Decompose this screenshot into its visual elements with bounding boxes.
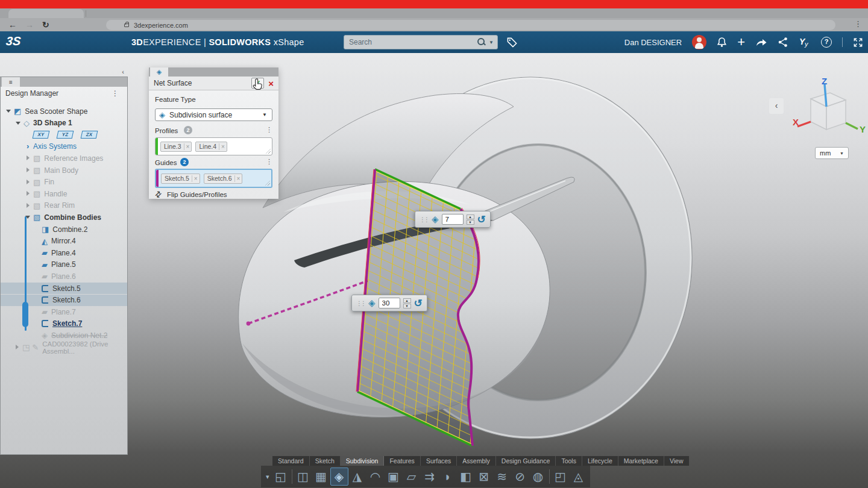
search-icon[interactable] xyxy=(477,37,486,47)
tab-subdivision[interactable]: Subdivision xyxy=(341,456,385,466)
tree-item-sketch-6[interactable]: Sketch.6 xyxy=(1,295,127,306)
tab-marketplace[interactable]: Marketplace xyxy=(618,456,664,466)
tab-assembly[interactable]: Assembly xyxy=(457,456,496,466)
share-network-icon[interactable] xyxy=(778,37,788,48)
reset-icon[interactable]: ↺ xyxy=(414,297,423,310)
plane-xy-icon[interactable]: XY xyxy=(33,131,50,139)
remove-chip-icon[interactable]: × xyxy=(219,143,227,150)
resize-grip-icon[interactable] xyxy=(266,149,271,154)
expander-icon[interactable] xyxy=(25,143,31,150)
flex-bend-icon[interactable]: ≋ xyxy=(493,468,511,486)
profiles-menu-icon[interactable]: ⋮ xyxy=(266,126,272,134)
search-scope-caret-icon[interactable]: ▼ xyxy=(489,40,494,45)
notifications-bell-icon[interactable] xyxy=(717,37,727,48)
reload-icon[interactable]: ↻ xyxy=(42,20,49,30)
remove-chip-icon[interactable]: × xyxy=(192,175,200,182)
url-field[interactable]: 3dexperience.com xyxy=(106,20,835,30)
tree-item-fin[interactable]: ▧ Fin xyxy=(1,177,127,188)
tree-item-3d-shape-1[interactable]: ◇ 3D Shape 1 xyxy=(1,117,127,129)
density-v-input[interactable] xyxy=(379,298,400,308)
reset-icon[interactable]: ↺ xyxy=(477,213,486,226)
combine-bodies-icon[interactable]: ◰ xyxy=(552,468,570,486)
expander-icon[interactable] xyxy=(25,190,31,197)
plane-yz-icon[interactable]: YZ xyxy=(57,131,74,139)
orientation-cube[interactable]: Z X Y xyxy=(793,77,868,143)
guides-menu-icon[interactable]: ⋮ xyxy=(266,158,272,166)
tree-item-combine-bodies[interactable]: ▧ Combine Bodies xyxy=(1,211,127,223)
stepper-down-icon[interactable]: ▼ xyxy=(467,220,474,225)
browser-menu-icon[interactable]: ⋮ xyxy=(854,19,862,28)
tree-item-reference-images[interactable]: ▧ Reference Images xyxy=(1,152,127,164)
split-body-icon[interactable]: ◧ xyxy=(457,468,475,486)
browser-tab[interactable] xyxy=(8,9,84,18)
density-v-stepper[interactable]: ▲▼ xyxy=(403,298,411,308)
inset-face-icon[interactable]: ▣ xyxy=(385,468,403,486)
units-dropdown[interactable]: mm ▼ xyxy=(815,147,849,159)
avatar[interactable] xyxy=(692,35,706,49)
guides-selection-box[interactable]: Sketch.5× Sketch.6× xyxy=(155,169,272,188)
expander-icon[interactable] xyxy=(15,120,22,127)
profiles-selection-box[interactable]: Line.3× Line.4× xyxy=(155,137,272,155)
tree-view-tab[interactable]: ≡ xyxy=(2,77,20,87)
face-grid-icon[interactable]: ▦ xyxy=(312,468,330,486)
expander-icon[interactable] xyxy=(25,202,31,209)
density-u-stepper[interactable]: ▲▼ xyxy=(467,214,474,225)
tree-item-cad-assembly[interactable]: ◳ ✎ CAD00023982 (Drive Assembl... xyxy=(1,342,127,353)
tab-sketch[interactable]: Sketch xyxy=(310,456,341,466)
sphere-primitive-icon[interactable]: ⊘ xyxy=(511,468,529,486)
mirror-symmetry-icon[interactable]: ◍ xyxy=(529,468,547,486)
tree-item-sketch-5[interactable]: Sketch.5 xyxy=(1,283,127,294)
stepper-up-icon[interactable]: ▲ xyxy=(403,298,411,303)
plane-zx-icon[interactable]: ZX xyxy=(81,131,98,139)
expander-icon[interactable] xyxy=(25,179,31,186)
net-surface-icon[interactable]: ◈ xyxy=(330,468,348,486)
resize-grip-icon[interactable] xyxy=(265,181,270,186)
tab-features[interactable]: Features xyxy=(384,456,420,466)
tree-item-combine-2[interactable]: ◨ Combine.2 xyxy=(1,224,127,235)
tree-item-plane-7[interactable]: ▰ Plane.7 xyxy=(1,306,127,318)
3d-viewport[interactable]: ⋮⋮ ◈ ▲▼ ↺ ⋮⋮ ◈ ▲▼ ↺ Z X Y xyxy=(0,53,868,488)
stepper-down-icon[interactable]: ▼ xyxy=(403,304,411,308)
drag-handle-icon[interactable]: ⋮⋮ xyxy=(356,300,365,307)
expander-icon[interactable] xyxy=(14,344,20,351)
flip-guides-profiles-button[interactable]: ⇄ Flip Guides/Profiles xyxy=(155,190,227,199)
extract-face-icon[interactable]: ▱ xyxy=(403,468,421,486)
tab-lifecycle[interactable]: Lifecycle xyxy=(582,456,618,466)
share-icon[interactable] xyxy=(755,37,767,47)
search-input[interactable] xyxy=(344,38,477,46)
feature-type-dropdown[interactable]: ◈ Subdivision surface ▼ xyxy=(155,108,272,121)
tree-item-sea-scooter-shape[interactable]: ◩ Sea Scooter Shape xyxy=(1,105,127,117)
remove-chip-icon[interactable]: × xyxy=(234,175,242,182)
expander-icon[interactable] xyxy=(25,155,31,161)
tab-standard[interactable]: Standard xyxy=(272,456,310,466)
tab-surfaces[interactable]: Surfaces xyxy=(421,456,457,466)
rollback-handle[interactable] xyxy=(22,302,28,327)
density-u-input[interactable] xyxy=(442,214,464,225)
3dswym-icon[interactable]: Yy xyxy=(799,37,811,48)
surface-patch-icon[interactable]: ◱ xyxy=(272,468,290,486)
drag-handle-icon[interactable]: ⋮⋮ xyxy=(420,216,428,223)
stepper-up-icon[interactable]: ▲ xyxy=(467,214,474,219)
tab-design-guidance[interactable]: Design Guidance xyxy=(496,456,556,466)
tree-item-handle[interactable]: ▧ Handle xyxy=(1,188,127,199)
delete-face-icon[interactable]: ⊠ xyxy=(475,468,493,486)
user-name[interactable]: Dan DESIGNER xyxy=(624,38,682,47)
tree-item-rear-rim[interactable]: ▧ Rear Rim xyxy=(1,200,127,211)
action-bar-collapse-icon[interactable]: ▾ xyxy=(266,473,269,481)
fullscreen-icon[interactable] xyxy=(853,37,863,48)
tree-item-plane-5[interactable]: ▰ Plane.5 xyxy=(1,259,127,271)
bend-surface-icon[interactable]: ◠ xyxy=(366,468,385,486)
tree-item-main-body[interactable]: ▧ Main Body xyxy=(1,164,127,176)
tab-tools[interactable]: Tools xyxy=(556,456,582,466)
thicken-icon[interactable]: ◗ xyxy=(439,468,457,486)
primitive-box-icon[interactable]: ◫ xyxy=(294,468,312,486)
add-content-icon[interactable]: + xyxy=(737,36,745,48)
collapse-left-panel-button[interactable]: ‹ xyxy=(119,68,127,76)
remove-chip-icon[interactable]: × xyxy=(184,143,192,150)
help-icon[interactable]: ? xyxy=(821,37,832,48)
panel-menu-icon[interactable]: ⋮ xyxy=(112,89,119,98)
pull-face-icon[interactable]: ◮ xyxy=(348,468,366,486)
tree-item-plane-6[interactable]: ▰ Plane.6 xyxy=(1,271,127,282)
tag-icon[interactable] xyxy=(506,37,518,48)
back-icon[interactable]: ← xyxy=(8,20,17,30)
